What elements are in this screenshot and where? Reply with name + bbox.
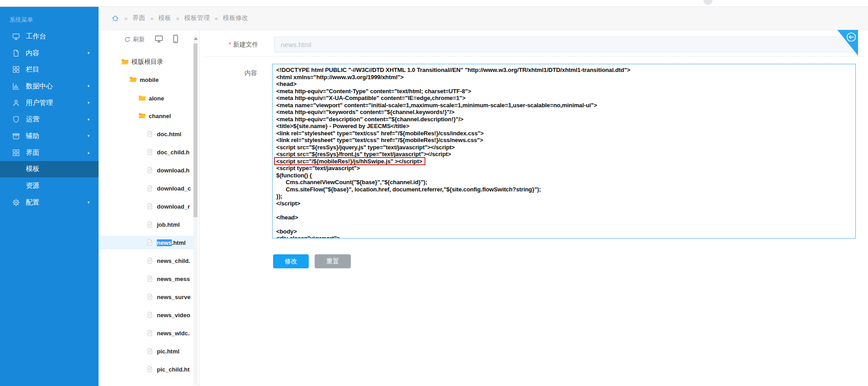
tree-file-doc-html[interactable]: doc.html — [146, 129, 181, 139]
file-icon — [146, 221, 154, 228]
sidebar-item-config[interactable]: 配置▾ — [0, 194, 99, 211]
tree-node-label: download_r — [157, 203, 190, 210]
desktop-preview-icon[interactable] — [155, 35, 163, 43]
tree-node-label: news_video — [157, 312, 190, 319]
tree-folder-mobile[interactable]: mobile — [129, 74, 159, 85]
sidebar-item-workbench[interactable]: 工作台 — [0, 28, 99, 45]
sidebar-item-label: 模板 — [26, 165, 39, 173]
tree-scrollbar-thumb[interactable] — [193, 43, 198, 217]
sidebar-item-label: 工作台 — [26, 32, 46, 41]
tree-folder-channel[interactable]: channel — [138, 110, 171, 121]
file-icon — [146, 257, 154, 264]
code-line: <script type="text/javascript"> — [276, 165, 852, 172]
document-icon — [12, 49, 20, 57]
reset-button[interactable]: 重置 — [315, 254, 351, 268]
tree-node-label: download.h — [157, 167, 189, 174]
tree-file-job-html[interactable]: job.html — [146, 219, 180, 230]
layout-icon — [12, 149, 20, 157]
code-line: Cms.channelViewCount("${base}","${channe… — [276, 179, 852, 186]
sidebar-item-content[interactable]: 内容▾ — [0, 45, 99, 62]
tree-node-label: news_mess — [157, 276, 190, 282]
gear-icon — [12, 199, 20, 206]
tree-file-news-surve[interactable]: news_surve — [146, 291, 190, 302]
tree-node-label: news_child. — [157, 257, 190, 264]
tree-file-doc-child-h[interactable]: doc_child.h — [146, 147, 189, 157]
file-icon — [146, 311, 154, 319]
tree-file-download-h[interactable]: download.h — [146, 165, 189, 176]
sidebar-item-auxiliary[interactable]: 辅助▾ — [0, 128, 99, 144]
tree-file-download-r[interactable]: download_r — [146, 201, 190, 212]
sidebar-item-user-management[interactable]: 用户管理▾ — [0, 95, 99, 111]
mobile-preview-icon[interactable] — [172, 34, 179, 43]
tree-file-download-c[interactable]: download_c — [146, 183, 191, 194]
tree-node-label: job.html — [157, 221, 180, 228]
tree-folder--[interactable]: 模版根目录 — [121, 57, 163, 67]
form-divider — [206, 56, 863, 57]
user-icon — [12, 99, 20, 107]
code-line: <div class="viewport"> — [276, 235, 852, 238]
file-icon — [146, 293, 154, 300]
chevron-down-icon: ▾ — [87, 117, 90, 122]
template-content-textarea[interactable]: <!DOCTYPE html PUBLIC "-//W3C//DTD XHTML… — [272, 64, 856, 238]
code-line: <meta http-equiv="keywords" content="${c… — [276, 109, 852, 116]
code-line: </head> — [276, 214, 852, 221]
sidebar-item-label: 辅助 — [26, 132, 39, 140]
code-line: <link rel="stylesheet" type="text/css" h… — [276, 130, 852, 137]
tree-folder-alone[interactable]: alone — [138, 93, 164, 104]
tree-file-news-mess[interactable]: news_mess — [146, 273, 190, 284]
file-icon — [146, 203, 154, 210]
tree-file-pic-child-ht[interactable]: pic_child.ht — [146, 364, 189, 375]
sidebar-item-data-center[interactable]: 数据中心▾ — [0, 78, 99, 95]
tree-node-label: pic.html — [157, 348, 179, 355]
code-line: <script src="${resSys}/front.js" type="t… — [276, 151, 852, 158]
tree-file-news-wldc-[interactable]: news_wldc. — [146, 328, 189, 338]
breadcrumb: »界面»模板»模板管理»模板修改 — [99, 6, 868, 30]
file-icon — [146, 167, 154, 174]
highlighted-code-line: <script src="/${mobileRes!}/js/hhSwipe.j… — [276, 158, 422, 165]
code-line: <body> — [276, 228, 852, 235]
chart-icon — [12, 82, 20, 90]
chevron-down-icon: ▾ — [87, 100, 90, 105]
sidebar: 系统菜单 工作台内容▾栏目数据中心▾用户管理▾运营▾辅助▾界面▴模板资源配置▾ — [0, 6, 99, 386]
sidebar-item-columns[interactable]: 栏目 — [0, 61, 99, 78]
sidebar-item-label: 栏目 — [26, 65, 39, 74]
tree-file-news-html[interactable]: news.html — [146, 237, 186, 248]
avatar[interactable] — [703, 0, 712, 5]
breadcrumb-item[interactable]: 模板 — [158, 14, 171, 22]
tree-node-label: doc_child.h — [157, 149, 189, 156]
code-line: <meta name="viewport" content="initial-s… — [276, 102, 852, 109]
scroll-up-arrow-icon[interactable] — [194, 37, 198, 40]
code-line: <script src="${resSys}/jquery.js" type="… — [276, 144, 852, 151]
folder-icon — [138, 95, 146, 102]
sidebar-item-template[interactable]: 模板 — [0, 161, 99, 178]
filename-input[interactable] — [274, 37, 855, 52]
code-line: <head> — [276, 81, 852, 88]
sidebar-item-label: 数据中心 — [26, 82, 53, 91]
code-line: <script src="/${mobileRes!}/js/hhSwipe.j… — [276, 158, 852, 165]
breadcrumb-item[interactable]: 界面 — [132, 14, 145, 22]
breadcrumb-separator: » — [215, 15, 218, 22]
breadcrumb-item[interactable]: 模板修改 — [223, 14, 248, 22]
sidebar-item-resources[interactable]: 资源 — [0, 177, 99, 194]
tree-file-pic-html[interactable]: pic.html — [146, 346, 179, 357]
sidebar-item-interface[interactable]: 界面▴ — [0, 144, 99, 161]
tree-node-label: download_c — [157, 185, 191, 192]
sidebar-item-operations[interactable]: 运营▾ — [0, 111, 99, 128]
top-header-bar — [0, 0, 868, 7]
chevron-up-icon: ▴ — [87, 150, 90, 155]
refresh-button[interactable]: 刷新 — [124, 35, 145, 43]
modify-button[interactable]: 修改 — [273, 254, 309, 268]
file-icon — [146, 148, 154, 156]
collapse-panel-button[interactable] — [837, 30, 858, 56]
code-line: Cms.siteFlow("${base}", location.href, d… — [276, 186, 852, 193]
tree-file-news-video[interactable]: news_video — [146, 310, 190, 320]
sidebar-item-label: 用户管理 — [26, 99, 53, 107]
code-line — [276, 221, 852, 228]
refresh-icon — [124, 36, 131, 43]
breadcrumb-separator: » — [150, 15, 153, 22]
tree-file-news-child-[interactable]: news_child. — [146, 255, 190, 266]
breadcrumb-item[interactable]: 模板管理 — [184, 14, 210, 22]
refresh-label: 刷新 — [133, 35, 145, 43]
home-icon[interactable] — [111, 14, 119, 22]
breadcrumb-separator: » — [176, 15, 179, 22]
